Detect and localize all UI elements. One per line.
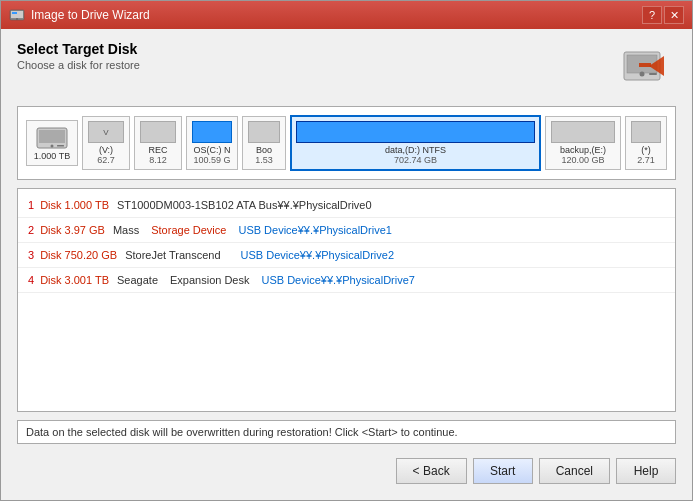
svg-rect-3: [12, 12, 17, 14]
partition-osc[interactable]: OS(C:) N 100.59 G: [186, 116, 238, 170]
svg-rect-9: [639, 63, 651, 67]
main-window: Image to Drive Wizard ? ✕ Select Target …: [0, 0, 693, 501]
partition-boo[interactable]: Boo 1.53: [242, 116, 286, 170]
partition-selector: 1.000 TB V (V:) 62.7 REC 8.12 OS(C:) N 1: [17, 106, 676, 180]
svg-rect-11: [39, 130, 65, 143]
disk-list: 1 Disk 1.000 TB ST1000DM003-1SB102 ATA B…: [17, 188, 676, 412]
title-icon: [9, 7, 25, 23]
disk-list-item[interactable]: 3 Disk 750.20 GB StoreJet Transcend USB …: [18, 243, 675, 268]
partition-data-d[interactable]: data,(D:) NTFS 702.74 GB: [290, 115, 541, 171]
partition-star[interactable]: (*) 2.71: [625, 116, 667, 170]
status-bar: Data on the selected disk will be overwr…: [17, 420, 676, 444]
close-button[interactable]: ✕: [664, 6, 684, 24]
header-area: Select Target Disk Choose a disk for res…: [17, 41, 676, 96]
svg-rect-13: [57, 145, 64, 147]
disk-list-item[interactable]: 1 Disk 1.000 TB ST1000DM003-1SB102 ATA B…: [18, 193, 675, 218]
help-button[interactable]: ?: [642, 6, 662, 24]
svg-point-6: [639, 71, 644, 76]
svg-rect-7: [649, 73, 657, 75]
title-bar: Image to Drive Wizard ? ✕: [1, 1, 692, 29]
disk-list-item[interactable]: 2 Disk 3.97 GB Mass Storage Device USB D…: [18, 218, 675, 243]
svg-point-12: [51, 145, 54, 148]
hdd-size-label: 1.000 TB: [34, 151, 70, 161]
disk-list-item[interactable]: 4 Disk 3.001 TB Seagate Expansion Desk U…: [18, 268, 675, 293]
svg-point-2: [16, 18, 18, 20]
disk-hdd-icon[interactable]: 1.000 TB: [26, 120, 78, 166]
status-text: Data on the selected disk will be overwr…: [26, 426, 458, 438]
help-button-footer[interactable]: Help: [616, 458, 676, 484]
content-area: Select Target Disk Choose a disk for res…: [1, 29, 692, 500]
restore-icon: [616, 41, 676, 96]
partition-backup-e[interactable]: backup,(E:) 120.00 GB: [545, 116, 621, 170]
header-left: Select Target Disk Choose a disk for res…: [17, 41, 140, 83]
partition-v[interactable]: V (V:) 62.7: [82, 116, 130, 170]
page-subtitle: Choose a disk for restore: [17, 59, 140, 71]
page-title: Select Target Disk: [17, 41, 140, 57]
start-button[interactable]: Start: [473, 458, 533, 484]
window-title: Image to Drive Wizard: [31, 8, 642, 22]
back-button[interactable]: < Back: [396, 458, 467, 484]
partition-rec[interactable]: REC 8.12: [134, 116, 182, 170]
footer-buttons: < Back Start Cancel Help: [17, 454, 676, 488]
window-controls: ? ✕: [642, 6, 684, 24]
cancel-button[interactable]: Cancel: [539, 458, 610, 484]
